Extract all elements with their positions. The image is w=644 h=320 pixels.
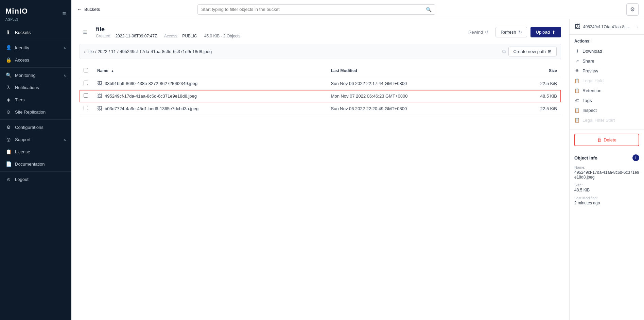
row2-name-cell: 🖼 495249cf-17da-41aa-8c6d-6c371e9e18d8.j… [93, 90, 327, 102]
upload-label: Upload [536, 30, 550, 35]
share-action[interactable]: ↗ Share [574, 56, 639, 66]
file-browser: ≡ file Created: 2022-11-06T09:07:47Z Acc… [71, 19, 569, 320]
object-info-section: Object Info i Name: 495249cf-17da-41aa-8… [570, 150, 644, 213]
panel-expand-icon[interactable]: → [634, 24, 639, 30]
object-info-help-icon[interactable]: i [632, 154, 639, 161]
sidebar-item-notifications[interactable]: λ Notifications [0, 81, 71, 94]
bucket-name: file [96, 26, 243, 33]
support-icon: ◎ [5, 137, 12, 142]
sidebar-item-logout[interactable]: ⎋ Logout [0, 173, 71, 185]
sidebar-item-license[interactable]: 📋 License [0, 146, 71, 158]
tags-label: Tags [582, 98, 592, 103]
configurations-icon: ⚙ [5, 124, 12, 130]
logout-icon: ⎋ [5, 176, 12, 182]
sidebar-item-label-site-replication: Site Replication [15, 110, 66, 115]
last-modified-value: 2 minutes ago [574, 201, 639, 205]
panel-actions-section: Actions: ⬇ Download ↗ Share 👁 Preview 📋 … [570, 35, 644, 130]
right-panel: 🖼 495249cf-17da-41aa-8c6d-6c3... → Actio… [569, 19, 644, 320]
refresh-button[interactable]: Refresh ↻ [495, 27, 527, 37]
preview-action[interactable]: 👁 Preview [574, 66, 639, 76]
retention-action[interactable]: 📋 Retention [574, 86, 639, 96]
row1-filename: 33b91b56-8690-438b-8272-86272f062349.jpe… [105, 81, 197, 86]
download-action[interactable]: ⬇ Download [574, 46, 639, 56]
settings-gear-icon: ⚙ [630, 6, 635, 13]
back-to-buckets-link[interactable]: ← Buckets [77, 6, 100, 13]
divider-3 [0, 119, 71, 120]
tiers-icon: ◈ [5, 97, 12, 102]
row3-date-cell: Sun Nov 06 2022 22:20:49 GMT+0800 [327, 102, 508, 115]
support-chevron-icon: ∧ [64, 138, 66, 141]
sidebar-item-identity[interactable]: 👤 Identity ∧ [0, 41, 71, 54]
delete-button[interactable]: 🗑 Delete [574, 134, 639, 146]
documentation-icon: 📄 [5, 161, 12, 167]
sidebar-item-label-configurations: Configurations [15, 125, 66, 130]
legal-hold-action[interactable]: 📋 Legal Hold [574, 76, 639, 86]
table-header-size: Size [508, 65, 561, 77]
sidebar-logo: MinIO AGPLv3 ≡ [0, 0, 71, 25]
created-label: Created: [96, 34, 111, 38]
sidebar-item-tiers[interactable]: ◈ Tiers [0, 94, 71, 106]
table-header-row: Name ▲ Last Modified Size [80, 65, 561, 77]
refresh-icon: ↻ [518, 30, 522, 35]
sidebar-item-configurations[interactable]: ⚙ Configurations [0, 121, 71, 133]
name-sort-icon[interactable]: ▲ [111, 69, 114, 73]
search-input[interactable] [201, 7, 423, 12]
object-name-field: Name: 495249cf-17da-41aa-8c6d-6c371e9e18… [574, 165, 639, 180]
legal-filter-action[interactable]: 📋 Legal Filter Start [574, 115, 639, 125]
rewind-button[interactable]: Rewind ↺ [465, 28, 492, 37]
sidebar-item-label-support: Support [15, 137, 60, 142]
legal-hold-label: Legal Hold [582, 78, 604, 83]
download-icon: ⬇ [574, 49, 580, 54]
back-arrow-icon: ← [77, 6, 82, 13]
sidebar-item-support[interactable]: ◎ Support ∧ [0, 133, 71, 146]
sidebar-item-label-monitoring: Monitoring [15, 73, 60, 78]
sidebar-item-buckets[interactable]: 🗄 Buckets [0, 26, 71, 38]
select-all-checkbox[interactable] [84, 68, 88, 72]
refresh-label: Refresh [501, 30, 516, 35]
file-table: Name ▲ Last Modified Size [80, 65, 561, 115]
table-row[interactable]: 🖼 33b91b56-8690-438b-8272-86272f062349.j… [80, 77, 561, 90]
sidebar-item-label-notifications: Notifications [15, 85, 66, 90]
path-copy-icon[interactable]: ⧉ [502, 49, 506, 54]
sidebar-item-documentation[interactable]: 📄 Documentation [0, 158, 71, 170]
bucket-size: 45.0 KiB - 2 Objects [204, 34, 241, 38]
inspect-action[interactable]: 📋 Inspect [574, 105, 639, 115]
share-label: Share [582, 58, 594, 64]
row2-file-icon: 🖼 [97, 93, 102, 99]
settings-button[interactable]: ⚙ [626, 3, 639, 16]
path-bar: ‹ file / 2022 / 11 / 495249cf-17da-41aa-… [80, 44, 561, 59]
row2-filename: 495249cf-17da-41aa-8c6d-6c371e9e18d8.jpe… [105, 94, 197, 99]
created-value: 2022-11-06T09:07:47Z [115, 34, 157, 38]
license-icon: 📋 [5, 149, 12, 154]
row3-size-cell: 22.5 KiB [508, 102, 561, 115]
identity-chevron-icon: ∧ [64, 46, 66, 50]
tags-icon: 🏷 [574, 98, 580, 103]
table-row[interactable]: 🖼 b03d7724-4a9e-45d1-bed6-1365e7dcbd3a.j… [80, 102, 561, 115]
create-path-icon: ⊞ [548, 49, 552, 54]
panel-file-name: 495249cf-17da-41aa-8c6d-6c3... [583, 24, 632, 29]
create-path-button[interactable]: Create new path ⊞ [508, 47, 557, 56]
sidebar-item-monitoring[interactable]: 🔍 Monitoring ∧ [0, 69, 71, 81]
row3-checkbox[interactable] [84, 106, 88, 110]
row1-checkbox[interactable] [84, 81, 88, 85]
sidebar-item-label-logout: Logout [15, 177, 66, 182]
main-content: ← Buckets 🔍 ⚙ ≡ file Created: 2022-11-06… [71, 0, 644, 320]
inspect-label: Inspect [582, 108, 597, 113]
bucket-actions: Rewind ↺ Refresh ↻ Upload ⬆ [465, 27, 561, 37]
monitoring-chevron-icon: ∧ [64, 73, 66, 77]
bucket-icon: ≡ [80, 27, 90, 38]
menu-toggle-icon[interactable]: ≡ [62, 10, 66, 17]
path-back-button[interactable]: ‹ [84, 49, 86, 54]
upload-button[interactable]: Upload ⬆ [530, 27, 561, 37]
table-row[interactable]: 🖼 495249cf-17da-41aa-8c6d-6c371e9e18d8.j… [80, 90, 561, 102]
tags-action[interactable]: 🏷 Tags [574, 96, 639, 105]
sidebar-item-label-buckets: Buckets [15, 30, 66, 35]
rewind-icon: ↺ [485, 30, 489, 35]
sidebar-item-access[interactable]: 🔒 Access [0, 54, 71, 66]
row3-checkbox-cell [80, 102, 93, 115]
row3-filename: b03d7724-4a9e-45d1-bed6-1365e7dcbd3a.jpe… [105, 106, 198, 111]
bucket-header: ≡ file Created: 2022-11-06T09:07:47Z Acc… [80, 26, 561, 38]
row2-checkbox[interactable] [84, 93, 88, 98]
sidebar-item-site-replication[interactable]: ⊙ Site Replication [0, 106, 71, 118]
row2-size-cell: 48.5 KiB [508, 90, 561, 102]
